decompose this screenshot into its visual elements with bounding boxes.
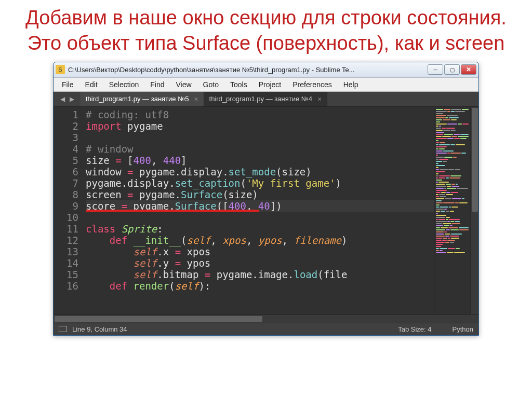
- scrollbar-horizontal[interactable]: [54, 314, 478, 323]
- status-position[interactable]: Line 9, Column 34: [72, 325, 398, 333]
- code-line: self.x = xpos: [86, 246, 434, 257]
- menu-goto[interactable]: Goto: [198, 79, 224, 90]
- code-line: # window: [86, 143, 434, 155]
- code-line: pygame.display.set_caption('My first gam…: [86, 177, 434, 189]
- tab-close-icon[interactable]: ×: [317, 95, 322, 103]
- line-number: 16: [54, 280, 86, 292]
- menu-tools[interactable]: Tools: [225, 79, 252, 90]
- tab-0[interactable]: third_program1.py — занятие №5×: [81, 92, 204, 106]
- menu-help[interactable]: Help: [338, 79, 364, 90]
- code-line: [86, 212, 434, 223]
- code-line: window = pygame.display.set_mode(size): [86, 166, 434, 177]
- menu-project[interactable]: Project: [254, 79, 287, 90]
- code-line: class Sprite:: [86, 223, 434, 235]
- line-number: 12: [54, 235, 86, 246]
- line-number: 1: [54, 109, 86, 120]
- close-button[interactable]: ✕: [461, 64, 476, 75]
- window-title: C:\Users\Виктор\Desktop\coddy\python\зан…: [68, 66, 428, 74]
- tab-label: third_program1.py — занятие №4: [209, 95, 312, 103]
- line-number: 5: [54, 155, 86, 166]
- menu-edit[interactable]: Edit: [80, 79, 103, 90]
- panel-icon[interactable]: [59, 326, 67, 332]
- tab-close-icon[interactable]: ×: [194, 95, 198, 103]
- nav-forward-icon[interactable]: ▶: [67, 94, 76, 104]
- code-line: self.y = ypos: [86, 257, 434, 269]
- scrollbar-thumb-horizontal[interactable]: [55, 316, 262, 322]
- code-line: import pygame: [86, 120, 434, 132]
- tab-label: third_program1.py — занятие №5: [86, 95, 189, 103]
- line-number: 15: [54, 269, 86, 280]
- maximize-button[interactable]: ▢: [444, 64, 460, 75]
- gutter: 12345678910111213141516: [54, 107, 86, 314]
- line-number: 2: [54, 120, 86, 132]
- minimap[interactable]: [434, 107, 470, 314]
- nav-back-icon[interactable]: ◀: [58, 94, 67, 104]
- line-number: 8: [54, 189, 86, 200]
- code-line: [86, 132, 434, 143]
- minimize-button[interactable]: ─: [428, 64, 443, 75]
- menu-view[interactable]: View: [171, 79, 197, 90]
- menubar: FileEditSelectionFindViewGotoToolsProjec…: [54, 78, 478, 92]
- line-number: 6: [54, 166, 86, 177]
- line-number: 10: [54, 212, 86, 223]
- line-number: 9: [54, 200, 86, 212]
- line-number: 3: [54, 132, 86, 143]
- code-line: self.bitmap = pygame.image.load(file: [86, 269, 434, 280]
- line-number: 14: [54, 257, 86, 269]
- code-line: screen = pygame.Surface(size): [86, 189, 434, 200]
- tab-1[interactable]: third_program1.py — занятие №4×: [204, 92, 328, 106]
- menu-preferences[interactable]: Preferences: [287, 79, 337, 90]
- line-number: 13: [54, 246, 86, 257]
- line-number: 7: [54, 177, 86, 189]
- highlight-underline: [86, 210, 259, 212]
- menu-find[interactable]: Find: [145, 79, 169, 90]
- app-window: S C:\Users\Виктор\Desktop\coddy\python\з…: [53, 62, 479, 336]
- code-line: # coding: utf8: [86, 109, 434, 120]
- scrollbar-thumb-vertical[interactable]: [472, 108, 478, 212]
- code-area[interactable]: # coding: utf8import pygame# windowsize …: [86, 107, 434, 314]
- slide-title: Добавим в наше окно секцию для строки со…: [21, 5, 511, 57]
- code-line: def __init__(self, xpos, ypos, filename): [86, 235, 434, 246]
- status-tabsize[interactable]: Tab Size: 4: [398, 325, 431, 333]
- titlebar[interactable]: S C:\Users\Виктор\Desktop\coddy\python\з…: [54, 62, 478, 78]
- tabs: third_program1.py — занятие №5×third_pro…: [81, 92, 478, 106]
- scrollbar-vertical[interactable]: [470, 107, 478, 314]
- line-number: 11: [54, 223, 86, 235]
- app-icon: S: [56, 65, 65, 74]
- menu-file[interactable]: File: [57, 79, 79, 90]
- statusbar: Line 9, Column 34 Tab Size: 4 Python: [54, 323, 478, 335]
- menu-selection[interactable]: Selection: [104, 79, 144, 90]
- code-line: size = [400, 440]: [86, 155, 434, 166]
- line-number: 4: [54, 143, 86, 155]
- status-language[interactable]: Python: [453, 325, 473, 333]
- code-line: def render(self):: [86, 280, 434, 292]
